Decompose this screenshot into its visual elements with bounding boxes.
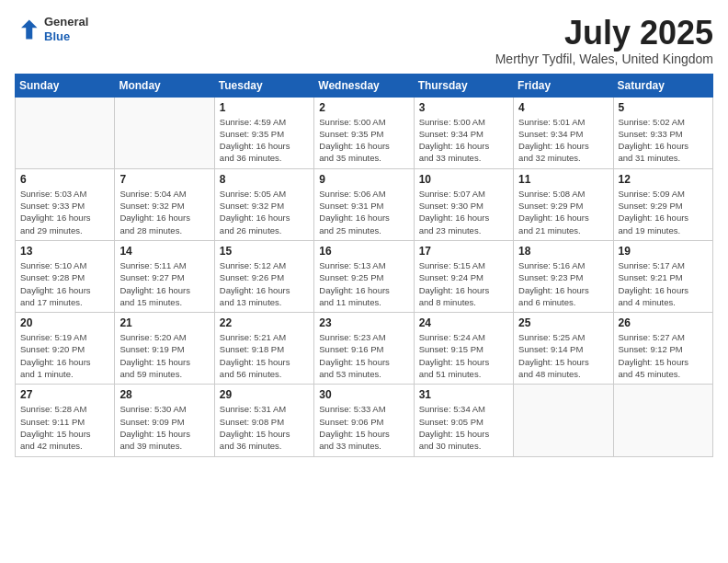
calendar-week-row: 6Sunrise: 5:03 AM Sunset: 9:33 PM Daylig… xyxy=(16,168,713,240)
day-number: 27 xyxy=(20,388,109,401)
day-detail: Sunrise: 5:01 AM Sunset: 9:34 PM Dayligh… xyxy=(518,116,608,165)
calendar-week-row: 27Sunrise: 5:28 AM Sunset: 9:11 PM Dayli… xyxy=(16,385,713,456)
calendar-cell: 10Sunrise: 5:07 AM Sunset: 9:30 PM Dayli… xyxy=(414,168,513,240)
day-detail: Sunrise: 5:25 AM Sunset: 9:14 PM Dayligh… xyxy=(518,331,608,380)
day-number: 9 xyxy=(319,173,408,186)
calendar-cell: 2Sunrise: 5:00 AM Sunset: 9:35 PM Daylig… xyxy=(314,97,414,168)
day-detail: Sunrise: 5:05 AM Sunset: 9:32 PM Dayligh… xyxy=(220,188,309,236)
calendar-cell: 30Sunrise: 5:33 AM Sunset: 9:06 PM Dayli… xyxy=(314,385,414,456)
day-detail: Sunrise: 5:16 AM Sunset: 9:23 PM Dayligh… xyxy=(518,259,608,308)
day-number: 17 xyxy=(419,245,508,258)
logo-general: General xyxy=(44,15,88,29)
day-detail: Sunrise: 5:13 AM Sunset: 9:25 PM Dayligh… xyxy=(319,259,408,308)
day-number: 30 xyxy=(319,388,408,401)
page-header: General Blue July 2025 Merthyr Tydfil, W… xyxy=(15,15,713,66)
day-detail: Sunrise: 5:12 AM Sunset: 9:26 PM Dayligh… xyxy=(220,259,309,308)
calendar-cell: 8Sunrise: 5:05 AM Sunset: 9:32 PM Daylig… xyxy=(214,168,313,240)
calendar-cell xyxy=(613,385,712,456)
calendar-cell: 14Sunrise: 5:11 AM Sunset: 9:27 PM Dayli… xyxy=(115,240,214,312)
day-number: 12 xyxy=(619,173,708,186)
day-detail: Sunrise: 5:08 AM Sunset: 9:29 PM Dayligh… xyxy=(518,188,608,236)
day-number: 21 xyxy=(119,316,209,329)
calendar-cell: 5Sunrise: 5:02 AM Sunset: 9:33 PM Daylig… xyxy=(613,97,712,168)
calendar-cell: 29Sunrise: 5:31 AM Sunset: 9:08 PM Dayli… xyxy=(214,385,313,456)
day-number: 8 xyxy=(220,173,309,186)
day-detail: Sunrise: 5:20 AM Sunset: 9:19 PM Dayligh… xyxy=(119,331,209,380)
calendar-cell: 25Sunrise: 5:25 AM Sunset: 9:14 PM Dayli… xyxy=(514,313,613,385)
day-number: 14 xyxy=(119,245,209,258)
logo-blue: Blue xyxy=(44,29,88,44)
calendar-cell: 26Sunrise: 5:27 AM Sunset: 9:12 PM Dayli… xyxy=(613,313,712,385)
day-detail: Sunrise: 5:19 AM Sunset: 9:20 PM Dayligh… xyxy=(20,331,109,380)
calendar-week-row: 1Sunrise: 4:59 AM Sunset: 9:35 PM Daylig… xyxy=(16,97,713,168)
calendar-cell: 28Sunrise: 5:30 AM Sunset: 9:09 PM Dayli… xyxy=(115,385,214,456)
calendar-cell: 15Sunrise: 5:12 AM Sunset: 9:26 PM Dayli… xyxy=(214,240,313,312)
day-detail: Sunrise: 5:09 AM Sunset: 9:29 PM Dayligh… xyxy=(619,188,708,236)
day-detail: Sunrise: 5:30 AM Sunset: 9:09 PM Dayligh… xyxy=(119,403,209,452)
calendar-cell: 21Sunrise: 5:20 AM Sunset: 9:19 PM Dayli… xyxy=(115,313,214,385)
weekday-header-wednesday: Wednesday xyxy=(314,74,414,97)
calendar-cell: 16Sunrise: 5:13 AM Sunset: 9:25 PM Dayli… xyxy=(314,240,414,312)
day-number: 25 xyxy=(518,316,608,329)
calendar-cell: 11Sunrise: 5:08 AM Sunset: 9:29 PM Dayli… xyxy=(514,168,613,240)
day-detail: Sunrise: 5:21 AM Sunset: 9:18 PM Dayligh… xyxy=(220,331,309,380)
calendar-cell: 17Sunrise: 5:15 AM Sunset: 9:24 PM Dayli… xyxy=(414,240,513,312)
calendar-week-row: 13Sunrise: 5:10 AM Sunset: 9:28 PM Dayli… xyxy=(16,240,713,312)
logo-text: General Blue xyxy=(44,15,88,43)
day-number: 15 xyxy=(220,245,309,258)
day-detail: Sunrise: 5:27 AM Sunset: 9:12 PM Dayligh… xyxy=(619,331,708,380)
calendar-cell: 12Sunrise: 5:09 AM Sunset: 9:29 PM Dayli… xyxy=(613,168,712,240)
calendar-cell: 20Sunrise: 5:19 AM Sunset: 9:20 PM Dayli… xyxy=(16,313,115,385)
day-detail: Sunrise: 5:24 AM Sunset: 9:15 PM Dayligh… xyxy=(419,331,508,380)
day-number: 5 xyxy=(619,101,708,114)
day-detail: Sunrise: 5:34 AM Sunset: 9:05 PM Dayligh… xyxy=(419,403,508,452)
day-number: 19 xyxy=(619,245,708,258)
day-number: 26 xyxy=(619,316,708,329)
day-number: 29 xyxy=(220,388,309,401)
day-number: 11 xyxy=(518,173,608,186)
day-detail: Sunrise: 5:17 AM Sunset: 9:21 PM Dayligh… xyxy=(619,259,708,308)
day-number: 4 xyxy=(518,101,608,114)
day-detail: Sunrise: 5:00 AM Sunset: 9:35 PM Dayligh… xyxy=(319,116,408,165)
day-number: 20 xyxy=(20,316,109,329)
weekday-header-tuesday: Tuesday xyxy=(214,74,313,97)
calendar-cell: 7Sunrise: 5:04 AM Sunset: 9:32 PM Daylig… xyxy=(115,168,214,240)
day-number: 7 xyxy=(119,173,209,186)
day-detail: Sunrise: 5:31 AM Sunset: 9:08 PM Dayligh… xyxy=(220,403,309,452)
calendar-cell: 31Sunrise: 5:34 AM Sunset: 9:05 PM Dayli… xyxy=(414,385,513,456)
day-number: 31 xyxy=(419,388,508,401)
calendar-cell: 18Sunrise: 5:16 AM Sunset: 9:23 PM Dayli… xyxy=(514,240,613,312)
day-number: 3 xyxy=(419,101,508,114)
calendar-cell: 3Sunrise: 5:00 AM Sunset: 9:34 PM Daylig… xyxy=(414,97,513,168)
calendar-cell xyxy=(16,97,115,168)
day-detail: Sunrise: 4:59 AM Sunset: 9:35 PM Dayligh… xyxy=(220,116,309,165)
calendar-cell: 23Sunrise: 5:23 AM Sunset: 9:16 PM Dayli… xyxy=(314,313,414,385)
calendar-week-row: 20Sunrise: 5:19 AM Sunset: 9:20 PM Dayli… xyxy=(16,313,713,385)
logo: General Blue xyxy=(15,15,88,43)
weekday-header-saturday: Saturday xyxy=(613,74,712,97)
day-number: 1 xyxy=(220,101,309,114)
calendar-cell xyxy=(514,385,613,456)
day-detail: Sunrise: 5:00 AM Sunset: 9:34 PM Dayligh… xyxy=(419,116,508,165)
day-detail: Sunrise: 5:28 AM Sunset: 9:11 PM Dayligh… xyxy=(20,403,109,452)
logo-icon xyxy=(15,17,40,42)
day-detail: Sunrise: 5:07 AM Sunset: 9:30 PM Dayligh… xyxy=(419,188,508,236)
day-detail: Sunrise: 5:02 AM Sunset: 9:33 PM Dayligh… xyxy=(619,116,708,165)
day-detail: Sunrise: 5:15 AM Sunset: 9:24 PM Dayligh… xyxy=(419,259,508,308)
day-detail: Sunrise: 5:11 AM Sunset: 9:27 PM Dayligh… xyxy=(119,259,209,308)
day-detail: Sunrise: 5:04 AM Sunset: 9:32 PM Dayligh… xyxy=(119,188,209,236)
calendar-cell: 22Sunrise: 5:21 AM Sunset: 9:18 PM Dayli… xyxy=(214,313,313,385)
title-block: July 2025 Merthyr Tydfil, Wales, United … xyxy=(495,15,713,66)
day-detail: Sunrise: 5:03 AM Sunset: 9:33 PM Dayligh… xyxy=(20,188,109,236)
day-number: 18 xyxy=(518,245,608,258)
calendar-cell: 13Sunrise: 5:10 AM Sunset: 9:28 PM Dayli… xyxy=(16,240,115,312)
day-number: 24 xyxy=(419,316,508,329)
day-number: 13 xyxy=(20,245,109,258)
calendar-cell: 1Sunrise: 4:59 AM Sunset: 9:35 PM Daylig… xyxy=(214,97,313,168)
calendar-cell: 24Sunrise: 5:24 AM Sunset: 9:15 PM Dayli… xyxy=(414,313,513,385)
calendar-table: SundayMondayTuesdayWednesdayThursdayFrid… xyxy=(15,74,713,457)
calendar-cell: 9Sunrise: 5:06 AM Sunset: 9:31 PM Daylig… xyxy=(314,168,414,240)
weekday-header-row: SundayMondayTuesdayWednesdayThursdayFrid… xyxy=(16,74,713,97)
day-number: 6 xyxy=(20,173,109,186)
calendar-cell: 6Sunrise: 5:03 AM Sunset: 9:33 PM Daylig… xyxy=(16,168,115,240)
